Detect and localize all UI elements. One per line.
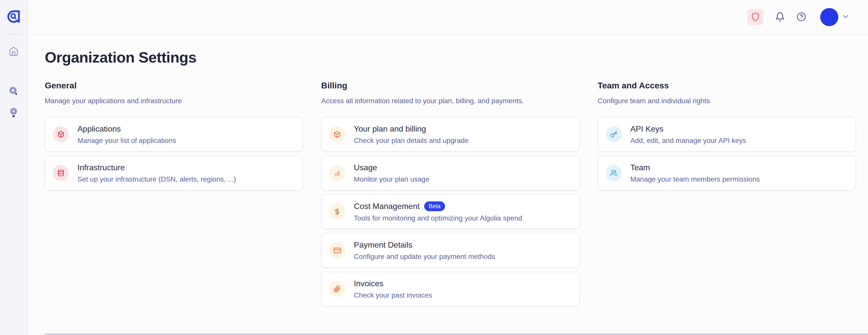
card-description: Manage your team members permissions	[630, 175, 760, 183]
dollar-icon	[329, 204, 345, 220]
card-description: Tools for monitoring and optimizing your…	[354, 214, 522, 222]
card-list: Your plan and billingCheck your plan det…	[321, 117, 579, 306]
page-title: Organization Settings	[45, 49, 868, 66]
card-title: API Keys	[630, 124, 663, 134]
home-icon	[8, 46, 19, 57]
card-title: Payment Details	[354, 240, 412, 249]
main-area: Organization Settings General Manage you…	[28, 0, 868, 335]
settings-card[interactable]: UsageMonitor your plan usage	[321, 156, 579, 190]
card-title: Your plan and billing	[354, 124, 426, 134]
card-description: Add, edit, and manage your API keys	[630, 137, 746, 145]
settings-card[interactable]: Payment DetailsConfigure and update your…	[321, 233, 579, 268]
card-list: API KeysAdd, edit, and manage your API k…	[598, 117, 856, 190]
card-list: ApplicationsManage your list of applicat…	[45, 117, 303, 190]
card-description: Set up your infrastructure (DSN, alerts,…	[78, 175, 236, 183]
section-description: Configure team and individual rights	[598, 96, 856, 105]
algolia-logo[interactable]	[7, 10, 20, 23]
card-text: TeamManage your team members permissions	[630, 163, 760, 183]
settings-card[interactable]: InvoicesCheck your past invoices	[321, 272, 579, 306]
section-title: Team and Access	[598, 80, 856, 91]
card-text: Payment DetailsConfigure and update your…	[354, 240, 495, 261]
card-text: ApplicationsManage your list of applicat…	[78, 124, 176, 145]
settings-card[interactable]: ApplicationsManage your list of applicat…	[45, 117, 303, 152]
bell-icon	[775, 12, 785, 23]
section-title: Billing	[321, 80, 579, 91]
settings-card[interactable]: TeamManage your team members permissions	[598, 156, 856, 190]
settings-card[interactable]: Cost ManagementBetaTools for monitoring …	[321, 194, 579, 229]
settings-card[interactable]: API KeysAdd, edit, and manage your API k…	[598, 117, 856, 152]
section-title: General	[45, 80, 303, 91]
paperclip-icon	[329, 281, 345, 297]
card-title: Infrastructure	[78, 163, 125, 172]
cube-icon	[329, 126, 345, 142]
card-text: InfrastructureSet up your infrastructure…	[78, 163, 236, 183]
card-text: InvoicesCheck your past invoices	[354, 279, 432, 299]
section-billing: Billing Access all information related t…	[321, 80, 579, 306]
section-description: Access all information related to your p…	[321, 96, 579, 105]
notifications-button[interactable]	[775, 12, 785, 23]
bar-chart-icon	[329, 165, 345, 181]
card-title: Cost Management	[354, 202, 420, 211]
card-title: Invoices	[354, 279, 383, 288]
recommend-product-icon	[8, 107, 19, 119]
help-button[interactable]	[797, 12, 806, 22]
section-description: Manage your applications and infrastruct…	[45, 96, 303, 105]
account-menu-button[interactable]	[820, 8, 850, 26]
sidebar-item-search[interactable]	[8, 87, 19, 97]
card-title: Applications	[78, 124, 121, 134]
package-icon	[53, 126, 69, 142]
section-general: General Manage your applications and inf…	[45, 80, 303, 190]
card-description: Check your plan details and upgrade	[354, 137, 468, 145]
settings-card[interactable]: InfrastructureSet up your infrastructure…	[45, 156, 303, 190]
chevron-down-icon	[841, 12, 850, 22]
card-text: UsageMonitor your plan usage	[354, 163, 429, 183]
card-text: API KeysAdd, edit, and manage your API k…	[630, 124, 746, 145]
card-title: Usage	[354, 163, 377, 172]
beta-badge: Beta	[424, 201, 445, 211]
top-header	[28, 0, 868, 35]
shield-icon	[751, 12, 760, 22]
card-description: Configure and update your payment method…	[354, 253, 495, 261]
sidebar-item-recommend[interactable]	[8, 107, 19, 119]
help-icon	[797, 12, 806, 22]
avatar	[820, 8, 838, 26]
credit-card-icon	[329, 242, 345, 259]
card-description: Check your past invoices	[354, 291, 432, 299]
settings-card[interactable]: Your plan and billingCheck your plan det…	[321, 117, 579, 152]
sidebar-item-home[interactable]	[8, 46, 19, 57]
key-icon	[606, 126, 622, 142]
search-product-icon	[8, 87, 19, 97]
card-title: Team	[630, 163, 650, 172]
security-shield-button[interactable]	[747, 9, 764, 25]
sidebar	[0, 0, 28, 335]
section-team-and-access: Team and Access Configure team and indiv…	[598, 80, 856, 190]
users-icon	[606, 165, 622, 181]
card-description: Monitor your plan usage	[354, 175, 429, 183]
settings-columns: General Manage your applications and inf…	[28, 66, 868, 306]
sidebar-divider	[5, 34, 22, 35]
footer-divider	[45, 333, 868, 335]
card-description: Manage your list of applications	[78, 137, 176, 145]
card-text: Cost ManagementBetaTools for monitoring …	[354, 201, 522, 222]
card-text: Your plan and billingCheck your plan det…	[354, 124, 468, 145]
sidebar-products	[8, 87, 19, 119]
database-icon	[53, 165, 69, 181]
